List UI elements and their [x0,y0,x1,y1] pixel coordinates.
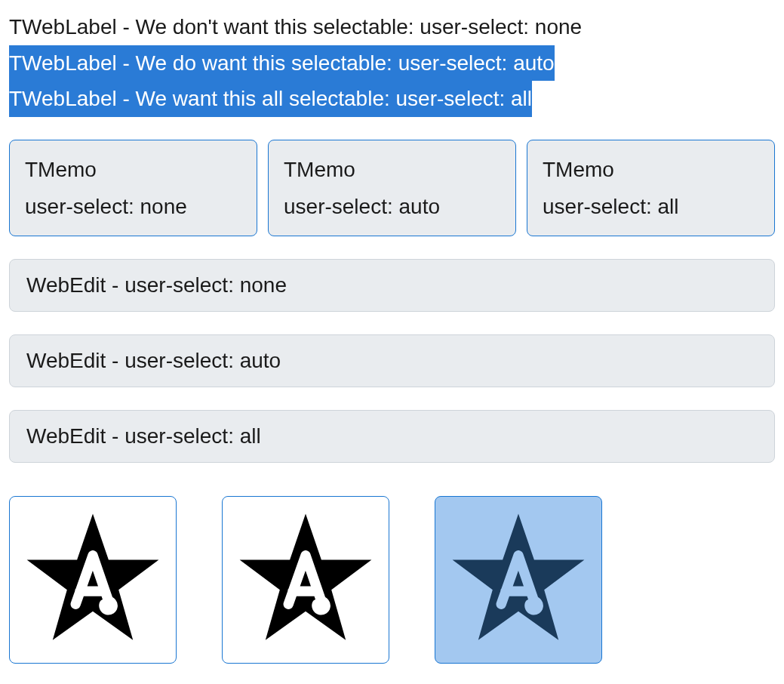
label-user-select-all: TWebLabel - We want this all selectable:… [9,81,532,117]
memo-row: TMemo user-select: none TMemo user-selec… [9,140,775,236]
memo-user-select-all[interactable]: TMemo user-select: all [527,140,775,236]
image-user-select-auto[interactable] [222,496,389,664]
star-letter-a-icon [234,508,377,652]
label-user-select-auto: TWebLabel - We do want this selectable: … [9,45,555,82]
image-user-select-all[interactable] [435,496,602,664]
svg-marker-2 [453,513,585,639]
star-letter-a-icon [447,508,590,652]
memo-title: TMemo [25,151,241,188]
memo-subtext: user-select: all [543,188,759,225]
webedit-user-select-auto[interactable] [9,334,775,387]
memo-title: TMemo [284,151,500,188]
svg-marker-0 [27,513,159,639]
memo-user-select-none[interactable]: TMemo user-select: none [9,140,257,236]
memo-subtext: user-select: auto [284,188,500,225]
svg-marker-1 [240,513,372,639]
webedit-user-select-all[interactable] [9,410,775,463]
image-user-select-none[interactable] [9,496,177,664]
memo-title: TMemo [543,151,759,188]
label-user-select-none: TWebLabel - We don't want this selectabl… [9,9,582,45]
image-row [9,496,775,664]
webedit-user-select-none[interactable] [9,259,775,312]
memo-user-select-auto[interactable]: TMemo user-select: auto [268,140,516,236]
memo-subtext: user-select: none [25,188,241,225]
star-letter-a-icon [21,508,164,652]
